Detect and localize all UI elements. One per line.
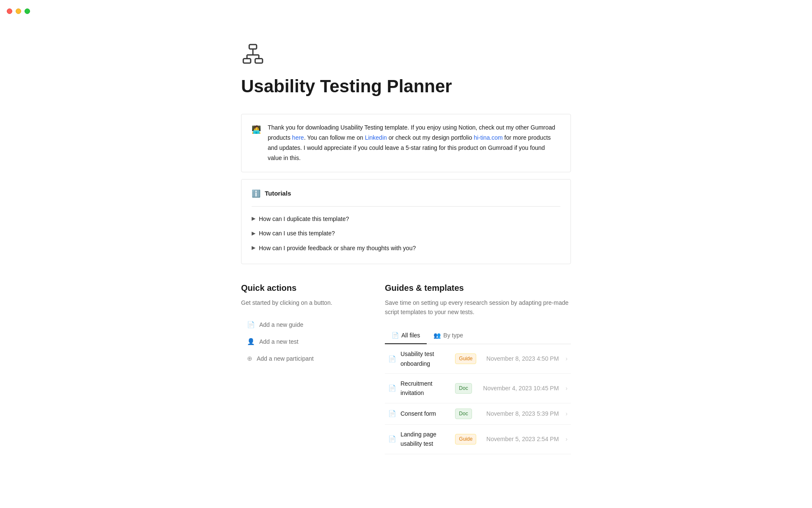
quick-actions-section: Quick actions Get started by clicking on… — [241, 281, 359, 454]
page-title: Usability Testing Planner — [241, 76, 571, 97]
person-icon: 👤 — [247, 338, 255, 345]
document-icon: 📄 — [247, 321, 255, 329]
network-diagram-icon — [241, 42, 265, 66]
callout-link-portfolio[interactable]: hi-tina.com — [474, 134, 502, 141]
file-name: Consent form — [401, 409, 436, 418]
file-name-cell: 📄 Landing page usability test — [388, 430, 448, 449]
file-name-cell: 📄 Usability test onboarding — [388, 349, 448, 368]
callout-person-icon: 🧑‍💻 — [252, 124, 261, 136]
add-guide-label: Add a new guide — [259, 321, 303, 328]
add-new-guide-button[interactable]: 📄 Add a new guide — [241, 318, 359, 332]
two-col-section: Quick actions Get started by clicking on… — [241, 281, 571, 454]
tutorials-header: ℹ️ Tutorials — [252, 188, 560, 199]
tutorial-item-label: How can I duplicate this template? — [259, 214, 349, 224]
file-doc-icon: 📄 — [388, 383, 396, 393]
tutorials-title: Tutorials — [265, 188, 291, 199]
titlebar — [0, 0, 812, 22]
arrow-icon: ▶ — [252, 215, 255, 223]
arrow-icon: ▶ — [252, 244, 255, 252]
table-row[interactable]: 📄 Landing page usability test Guide Nove… — [385, 424, 571, 454]
file-doc-icon: 📄 — [388, 354, 396, 364]
page-icon — [241, 42, 571, 69]
add-participant-label: Add a new participant — [257, 355, 314, 362]
chevron-right-icon: › — [562, 344, 571, 373]
tab-by-type-label: By type — [443, 331, 463, 340]
add-person-icon: ⊕ — [247, 355, 252, 362]
file-date: November 4, 2023 10:45 PM — [480, 373, 562, 403]
all-files-icon: 📄 — [392, 331, 399, 340]
guides-subtitle: Save time on setting up every research s… — [385, 298, 571, 317]
callout-text-part3: or check out my design portfolio — [387, 134, 474, 141]
tutorial-item-label: How can I provide feedback or share my t… — [259, 243, 416, 253]
file-date: November 8, 2023 4:50 PM — [480, 344, 562, 373]
file-doc-icon: 📄 — [388, 409, 396, 419]
callout-link-linkedin[interactable]: Linkedin — [365, 134, 387, 141]
status-badge: Guide — [455, 353, 476, 364]
add-new-test-button[interactable]: 👤 Add a new test — [241, 334, 359, 349]
table-row[interactable]: 📄 Usability test onboarding Guide Novemb… — [385, 344, 571, 373]
by-type-icon: 👥 — [433, 331, 441, 340]
arrow-icon: ▶ — [252, 229, 255, 237]
file-name: Recruitment invitation — [401, 379, 448, 398]
tab-all-files-label: All files — [401, 331, 420, 340]
svg-rect-2 — [255, 59, 263, 64]
file-name: Usability test onboarding — [401, 349, 448, 368]
tutorial-item-label: How can I use this template? — [259, 229, 335, 238]
status-badge: Guide — [455, 434, 476, 444]
minimize-button[interactable] — [16, 8, 21, 14]
table-row[interactable]: 📄 Recruitment invitation Doc November 4,… — [385, 373, 571, 403]
svg-rect-1 — [243, 59, 251, 64]
chevron-right-icon: › — [562, 424, 571, 454]
tab-all-files[interactable]: 📄 All files — [385, 327, 427, 344]
status-badge: Doc — [455, 409, 472, 419]
file-name-cell: 📄 Recruitment invitation — [388, 379, 448, 398]
tab-by-type[interactable]: 👥 By type — [427, 327, 470, 344]
status-badge: Doc — [455, 383, 472, 394]
file-date: November 8, 2023 5:39 PM — [480, 403, 562, 424]
thankyou-callout: 🧑‍💻 Thank you for downloading Usability … — [241, 114, 571, 172]
add-new-participant-button[interactable]: ⊕ Add a new participant — [241, 351, 359, 366]
callout-link-here[interactable]: here — [292, 134, 304, 141]
svg-rect-0 — [249, 44, 257, 49]
callout-text-part2: . You can follow me on — [304, 134, 365, 141]
file-name: Landing page usability test — [401, 430, 448, 449]
guides-tabs: 📄 All files 👥 By type — [385, 327, 571, 344]
tutorials-divider — [252, 206, 560, 207]
main-content: Usability Testing Planner 🧑‍💻 Thank you … — [216, 0, 596, 480]
guides-title: Guides & templates — [385, 281, 571, 295]
files-table: 📄 Usability test onboarding Guide Novemb… — [385, 344, 571, 454]
add-test-label: Add a new test — [259, 338, 299, 345]
file-date: November 5, 2023 2:54 PM — [480, 424, 562, 454]
quick-actions-title: Quick actions — [241, 281, 359, 295]
quick-actions-subtitle: Get started by clicking on a button. — [241, 298, 359, 307]
close-button[interactable] — [7, 8, 12, 14]
info-icon: ℹ️ — [252, 188, 261, 199]
chevron-right-icon: › — [562, 373, 571, 403]
list-item[interactable]: ▶ How can I duplicate this template? — [252, 212, 560, 226]
list-item[interactable]: ▶ How can I use this template? — [252, 226, 560, 240]
tutorials-callout: ℹ️ Tutorials ▶ How can I duplicate this … — [241, 179, 571, 264]
table-row[interactable]: 📄 Consent form Doc November 8, 2023 5:39… — [385, 403, 571, 424]
file-doc-icon: 📄 — [388, 434, 396, 444]
guides-section: Guides & templates Save time on setting … — [385, 281, 571, 454]
callout-text: Thank you for downloading Usability Test… — [268, 123, 560, 163]
file-name-cell: 📄 Consent form — [388, 409, 448, 419]
list-item[interactable]: ▶ How can I provide feedback or share my… — [252, 241, 560, 255]
maximize-button[interactable] — [25, 8, 30, 14]
chevron-right-icon: › — [562, 403, 571, 424]
tutorials-list: ▶ How can I duplicate this template? ▶ H… — [252, 212, 560, 255]
